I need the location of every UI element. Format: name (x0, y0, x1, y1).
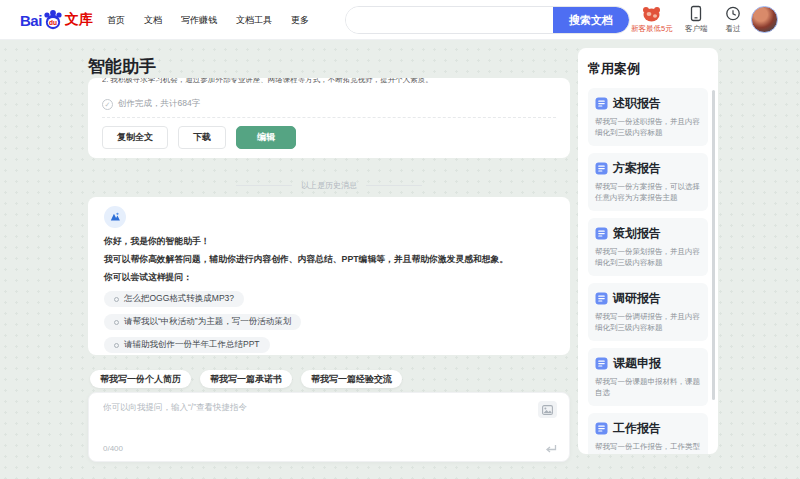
composer-card: 0/400 (88, 392, 570, 462)
generated-document-card: 2. 我积极寻求学习机会，通过参加外部专业讲座、网络课程等方式，不断拓宽视野，提… (88, 78, 570, 158)
check-circle-icon: ✓ (102, 99, 113, 110)
case-list: 述职报告 帮我写一份述职报告，并且内容细化到三级内容标题 方案报告 帮我写一份方… (588, 88, 708, 454)
document-icon (595, 227, 608, 240)
page-title: 智能助手 (88, 55, 156, 78)
divider-line-right (366, 185, 422, 186)
nav-item-more[interactable]: 更多 (291, 14, 309, 27)
user-avatar[interactable] (751, 6, 778, 33)
search-bar: 搜索文档 (345, 6, 630, 34)
generated-text-clipped: 2. 我积极寻求学习机会，通过参加外部专业讲座、网络课程等方式，不断拓宽视野，提… (102, 78, 556, 91)
prompt-input[interactable] (103, 402, 523, 436)
nav-item-earn[interactable]: 写作赚钱 (181, 14, 217, 27)
promo-mascot-icon (641, 5, 662, 22)
client-download[interactable]: 客户端 (685, 5, 708, 34)
assistant-try-ask: 你可以尝试这样提问： (104, 271, 554, 284)
case-item-research-report[interactable]: 调研报告 帮我写一份调研报告，并且内容细化到三级内容标题 (588, 283, 708, 341)
send-button[interactable] (545, 444, 557, 454)
divider-line-left (236, 185, 292, 186)
promo-label: 新客最低5元 (631, 24, 673, 34)
case-item-work-report[interactable]: 工作报告 帮我写一份工作报告，工作类型随机 (588, 413, 708, 454)
case-item-project-application[interactable]: 课题申报 帮我写一份课题申报材料，课题自选 (588, 348, 708, 406)
primary-nav: 首页 文档 写作赚钱 文档工具 更多 (107, 0, 309, 40)
suggestion-ogg-mp3[interactable]: 怎么把OGG格式转换成MP3? (104, 291, 244, 307)
new-user-promo[interactable]: 新客最低5元 (631, 5, 673, 34)
wenku-ai-icon (108, 210, 122, 224)
search-button[interactable]: 搜索文档 (553, 7, 629, 33)
chip-resume[interactable]: 帮我写一份个人简历 (90, 370, 191, 388)
client-label: 客户端 (685, 24, 708, 34)
edit-button[interactable]: 编辑 (236, 126, 296, 149)
common-cases-panel: 常用案例 述职报告 帮我写一份述职报告，并且内容细化到三级内容标题 (578, 48, 718, 454)
chip-commitment-letter[interactable]: 帮我写一篇承诺书 (200, 370, 292, 388)
suggestion-midautumn-plan[interactable]: 请帮我以“中秋活动”为主题，写一份活动策划 (104, 314, 301, 330)
clock-icon (725, 5, 741, 22)
nav-item-tools[interactable]: 文档工具 (236, 14, 272, 27)
bullet-ring-icon (114, 343, 119, 348)
logo-text-bai: Bai (20, 12, 42, 29)
document-icon (595, 357, 608, 370)
suggestion-halfyear-ppt[interactable]: 请辅助我创作一份半年工作总结PPT (104, 337, 270, 353)
top-navbar: Bai du 文库 首页 文档 写作赚钱 文档工具 更多 搜索文档 (0, 0, 800, 40)
case-item-debriefing-report[interactable]: 述职报告 帮我写一份述职报告，并且内容细化到三级内容标题 (588, 88, 708, 146)
document-icon (595, 292, 608, 305)
bullet-ring-icon (114, 320, 119, 325)
download-button[interactable]: 下载 (178, 126, 226, 149)
document-icon (595, 97, 608, 110)
case-item-proposal-report[interactable]: 方案报告 帮我写一份方案报告，可以选择任意内容为方案报告主题 (588, 153, 708, 211)
bullet-ring-icon (114, 297, 119, 302)
result-actions: 复制全文 下载 编辑 (102, 126, 556, 149)
sidebar-scrollbar[interactable] (712, 90, 715, 400)
divider-text: 以上是历史消息 (301, 180, 357, 191)
nav-item-docs[interactable]: 文档 (144, 14, 162, 27)
picture-icon (542, 405, 553, 415)
enter-arrow-icon (545, 444, 557, 454)
assistant-greeting: 你好，我是你的智能助手！ (104, 235, 554, 248)
assistant-avatar (104, 206, 126, 228)
status-text: 创作完成，共计684字 (118, 98, 200, 110)
nav-item-home[interactable]: 首页 (107, 14, 125, 27)
dashed-divider (102, 117, 556, 118)
assistant-message-card: 你好，我是你的智能助手！ 我可以帮你高效解答问题，辅助你进行内容创作、内容总结、… (88, 197, 570, 355)
baidu-wenku-logo[interactable]: Bai du 文库 (20, 8, 93, 32)
common-cases-title: 常用案例 (588, 60, 708, 78)
copy-all-button[interactable]: 复制全文 (102, 126, 168, 149)
viewed-label: 看过 (726, 24, 741, 34)
phone-icon (689, 5, 703, 22)
search-input[interactable] (346, 7, 553, 33)
image-upload-button[interactable] (538, 401, 557, 418)
case-item-planning-report[interactable]: 策划报告 帮我写一份策划报告，并且内容细化到三级内容标题 (588, 218, 708, 276)
document-icon (595, 162, 608, 175)
logo-text-du: du (49, 19, 57, 26)
assistant-capabilities: 我可以帮你高效解答问题，辅助你进行内容创作、内容总结、PPT编辑等，并且帮助你激… (104, 253, 554, 266)
quick-prompt-chips: 帮我写一份个人简历 帮我写一篇承诺书 帮我写一篇经验交流 (90, 370, 402, 388)
chip-experience-exchange[interactable]: 帮我写一篇经验交流 (301, 370, 402, 388)
baidu-paw-icon: du (42, 8, 64, 32)
generation-status: ✓ 创作完成，共计684字 (102, 98, 556, 110)
page-root: Bai du 文库 首页 文档 写作赚钱 文档工具 更多 搜索文档 (0, 0, 800, 479)
document-icon (595, 422, 608, 435)
viewed-history[interactable]: 看过 (725, 5, 741, 34)
history-messages-divider: 以上是历史消息 (88, 180, 570, 191)
logo-text-wenku: 文库 (65, 11, 93, 29)
char-counter: 0/400 (103, 444, 123, 453)
